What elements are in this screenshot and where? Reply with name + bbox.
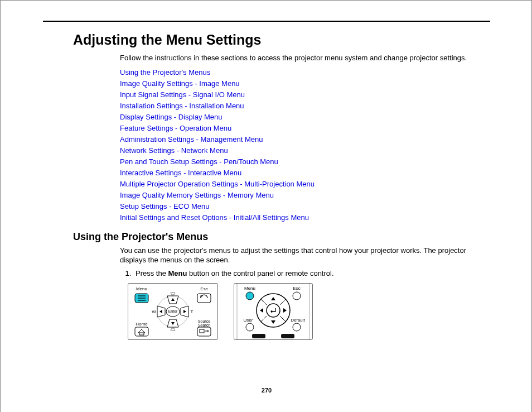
svg-point-19: [267, 304, 280, 317]
step-list: Press the Menu button on the control pan…: [120, 269, 485, 277]
page-number: 270: [1, 387, 532, 394]
intro-paragraph: Follow the instructions in these section…: [120, 54, 485, 63]
label-esc: Esc: [200, 286, 207, 291]
link-display-menu[interactable]: Display Settings - Display Menu: [120, 113, 223, 121]
link-signal-io-menu[interactable]: Input Signal Settings - Signal I/O Menu: [120, 90, 245, 99]
svg-rect-30: [252, 334, 265, 338]
svg-point-16: [246, 292, 254, 300]
link-operation-menu[interactable]: Feature Settings - Operation Menu: [120, 124, 231, 132]
page-title: Adjusting the Menu Settings: [73, 32, 490, 48]
label-b-user: User: [244, 318, 253, 323]
link-initial-all-menu[interactable]: Initial Settings and Reset Options - Ini…: [120, 213, 309, 222]
label-b-menu: Menu: [244, 286, 255, 291]
link-network-menu[interactable]: Network Settings - Network Menu: [120, 146, 228, 155]
label-source2: Search: [198, 323, 210, 327]
link-eco-menu[interactable]: Setup Settings - ECO Menu: [120, 202, 209, 210]
label-b-default: Default: [291, 318, 305, 323]
label-home: Home: [136, 322, 148, 327]
label-w: W: [152, 309, 156, 314]
link-using-menus[interactable]: Using the Projector's Menus: [120, 68, 210, 76]
link-image-menu[interactable]: Image Quality Settings - Image Menu: [120, 79, 240, 88]
topic-link-list: Using the Projector's Menus Image Qualit…: [120, 67, 485, 222]
step-1-post: button on the control panel or remote co…: [187, 269, 333, 277]
link-pen-touch-menu[interactable]: Pen and Touch Setup Settings - Pen/Touch…: [120, 157, 278, 166]
svg-point-28: [246, 323, 254, 331]
label-menu: Menu: [136, 286, 147, 291]
link-management-menu[interactable]: Administration Settings - Management Men…: [120, 135, 263, 143]
svg-rect-13: [200, 329, 204, 333]
link-interactive-menu[interactable]: Interactive Settings - Interactive Menu: [120, 169, 241, 177]
section-intro: You can use the projector's menus to adj…: [120, 246, 485, 265]
svg-point-17: [293, 292, 301, 300]
link-memory-menu[interactable]: Image Quality Memory Settings - Memory M…: [120, 191, 274, 199]
link-installation-menu[interactable]: Installation Settings - Installation Men…: [120, 102, 244, 110]
section-heading: Using the Projector's Menus: [73, 231, 490, 243]
label-enter: Enter: [168, 309, 178, 313]
label-t: T: [191, 309, 194, 314]
label-source1: Source: [198, 319, 210, 323]
link-multi-projection-menu[interactable]: Multiple Projector Operation Settings - …: [120, 180, 315, 188]
label-b-esc: Esc: [293, 286, 300, 291]
svg-rect-31: [281, 334, 294, 338]
step-1: Press the Menu button on the control pan…: [133, 269, 485, 277]
figure-remote-control: Menu Esc User Default: [234, 283, 313, 340]
step-1-pre: Press the: [136, 269, 168, 277]
figure-control-panel: Menu Esc W T Enter Home Source Search: [128, 283, 218, 340]
step-1-bold: Menu: [168, 269, 187, 277]
svg-point-29: [293, 323, 301, 331]
